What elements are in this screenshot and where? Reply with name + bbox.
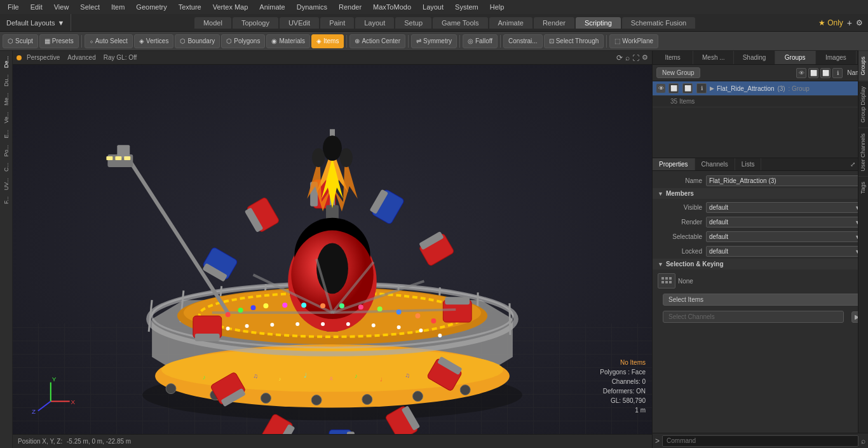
tab-setup[interactable]: Setup <box>395 17 431 29</box>
viewport-icon-zoom[interactable]: ⌕ <box>625 53 630 62</box>
tab-render[interactable]: Render <box>534 17 574 29</box>
layout-dropdown[interactable]: Default Layouts ▼ <box>0 14 71 31</box>
vtab-groups[interactable]: Groups <box>858 51 868 81</box>
menu-texture[interactable]: Texture <box>173 2 207 12</box>
sidebar-item-edge[interactable]: E... <box>2 127 11 141</box>
sidebar-item-c[interactable]: C... <box>2 160 11 174</box>
sidebar-item-dup[interactable]: Du... <box>2 72 11 89</box>
tab-schematic-fusion[interactable]: Schematic Fusion <box>622 17 695 29</box>
menu-view[interactable]: View <box>49 2 74 12</box>
selectable-select[interactable]: default ▼ <box>706 231 863 242</box>
falloff-button[interactable]: ◎ Falloff <box>463 34 498 48</box>
vtab-group-display[interactable]: Group Display <box>858 81 868 128</box>
tab-game-tools[interactable]: Game Tools <box>433 17 488 29</box>
tab-scripting[interactable]: Scripting <box>576 17 621 29</box>
sk-toggle[interactable]: ▼ <box>658 261 663 268</box>
tab-topology[interactable]: Topology <box>233 17 278 29</box>
menu-render[interactable]: Render <box>334 2 367 12</box>
group-render-btn[interactable]: ⬜ <box>668 83 679 93</box>
command-search-icon[interactable]: ⌕ <box>861 437 865 445</box>
items-button[interactable]: ◈ Items <box>311 34 344 48</box>
props-expand-icon[interactable]: ⤢ <box>850 161 855 168</box>
tab-items[interactable]: Items <box>653 51 693 64</box>
viewport-icon-settings[interactable]: ⚙ <box>642 53 648 62</box>
menu-select[interactable]: Select <box>75 2 105 12</box>
presets-button[interactable]: ▦ Presets <box>39 34 79 48</box>
props-tab-properties[interactable]: Properties <box>653 158 695 170</box>
visible-select[interactable]: default ▼ <box>706 202 863 213</box>
menu-layout[interactable]: Layout <box>417 2 449 12</box>
menu-item[interactable]: Item <box>106 2 130 12</box>
sidebar-item-default[interactable]: De... <box>2 53 11 71</box>
menu-file[interactable]: File <box>3 2 24 12</box>
polygons-button[interactable]: ⬡ Polygons <box>221 34 265 48</box>
menu-dynamics[interactable]: Dynamics <box>292 2 332 12</box>
star-button[interactable]: ★ Only <box>818 18 843 27</box>
render-icon-btn[interactable]: ⬜ <box>808 68 818 78</box>
tab-mesh[interactable]: Mesh ... <box>693 51 734 64</box>
materials-button[interactable]: ◉ Materials <box>266 34 310 48</box>
vtab-user-channels[interactable]: User Channels <box>858 128 868 177</box>
viewport-icon-rotate[interactable]: ⟳ <box>616 53 623 62</box>
command-arrow-icon[interactable]: > <box>655 437 660 445</box>
eye-icon-btn[interactable]: 👁 <box>796 68 806 78</box>
menu-vertex-map[interactable]: Vertex Map <box>208 2 254 12</box>
lock-icon-btn[interactable]: ⬜ <box>820 68 831 78</box>
workplane-button[interactable]: ⬚ WorkPlane <box>609 34 658 48</box>
viewport-advanced[interactable]: Advanced <box>65 53 98 62</box>
vertices-button[interactable]: ◈ Vertices <box>134 34 174 48</box>
render-select[interactable]: default ▼ <box>706 217 863 227</box>
select-through-button[interactable]: ⊡ Select Through <box>544 34 604 48</box>
vtab-tags[interactable]: Tags <box>858 176 868 199</box>
menu-maxtomodo[interactable]: MaxToModo <box>368 2 416 12</box>
menu-help[interactable]: Help <box>485 2 510 12</box>
command-input[interactable] <box>662 435 858 447</box>
tab-images[interactable]: Images <box>816 51 857 64</box>
tab-shading[interactable]: Shading <box>734 51 775 64</box>
sidebar-item-uv[interactable]: UV... <box>2 175 11 193</box>
layout-dropdown-label: Default Layouts <box>6 19 55 27</box>
group-list-item[interactable]: 👁 ⬜ ⬜ ℹ ▶ Flat_Ride_Attraction (3) : Gro… <box>653 81 868 96</box>
props-tab-lists[interactable]: Lists <box>735 158 762 170</box>
viewport-icon-frame[interactable]: ⛶ <box>632 54 639 62</box>
add-layout-button[interactable]: + <box>847 18 852 28</box>
sidebar-item-poly[interactable]: Po... <box>2 142 11 160</box>
menu-geometry[interactable]: Geometry <box>131 2 172 12</box>
sidebar-item-vert[interactable]: Ve... <box>2 109 11 126</box>
tab-layout[interactable]: Layout <box>355 17 394 29</box>
group-collapse-arrow[interactable]: ▶ <box>710 85 714 92</box>
viewport-3d[interactable]: ♪ ♩ ♫ ♪ ♩ ♫ ♪ ♩ ♫ ♪ ♩ <box>13 65 652 434</box>
action-center-button[interactable]: ⊕ Action Center <box>349 34 405 48</box>
viewport-ray-gl[interactable]: Ray GL: Off <box>101 53 140 62</box>
new-group-button[interactable]: New Group <box>656 67 700 78</box>
sidebar-item-f[interactable]: F... <box>2 194 11 207</box>
svg-point-21 <box>460 385 470 395</box>
sculpt-button[interactable]: ⬡ Sculpt <box>3 34 38 48</box>
info-icon-btn[interactable]: ℹ <box>832 68 843 78</box>
symmetry-button[interactable]: ⇌ Symmetry <box>411 34 457 48</box>
tab-animate[interactable]: Animate <box>489 17 532 29</box>
menu-system[interactable]: System <box>450 2 484 12</box>
settings-icon[interactable]: ⚙ <box>856 18 863 27</box>
tab-model[interactable]: Model <box>194 17 231 29</box>
tab-uvedit[interactable]: UVEdit <box>280 17 319 29</box>
menu-edit[interactable]: Edit <box>25 2 48 12</box>
group-eye-icon[interactable]: 👁 <box>656 84 665 93</box>
auto-select-button[interactable]: ⬦ Auto Select <box>85 34 133 48</box>
group-info-btn[interactable]: ℹ <box>696 83 707 93</box>
viewport-perspective[interactable]: Perspective <box>24 53 62 62</box>
name-input[interactable] <box>706 175 863 186</box>
select-items-button[interactable]: Select Items <box>663 294 868 306</box>
tab-paint[interactable]: Paint <box>320 17 354 29</box>
constrai-button[interactable]: Constrai... <box>503 34 543 48</box>
sidebar-item-mesh[interactable]: Me... <box>2 90 11 108</box>
boundary-button[interactable]: ⬡ Boundary <box>175 34 220 48</box>
sk-icon-box[interactable] <box>658 273 675 288</box>
group-box-btn[interactable]: ⬜ <box>682 83 693 93</box>
menu-animate[interactable]: Animate <box>254 2 290 12</box>
locked-select[interactable]: default ▼ <box>706 246 863 257</box>
tab-groups[interactable]: Groups <box>775 51 816 64</box>
props-tab-channels[interactable]: Channels <box>695 158 735 170</box>
members-toggle[interactable]: ▼ <box>658 191 663 197</box>
select-channels-button[interactable]: Select Channels <box>663 311 844 323</box>
